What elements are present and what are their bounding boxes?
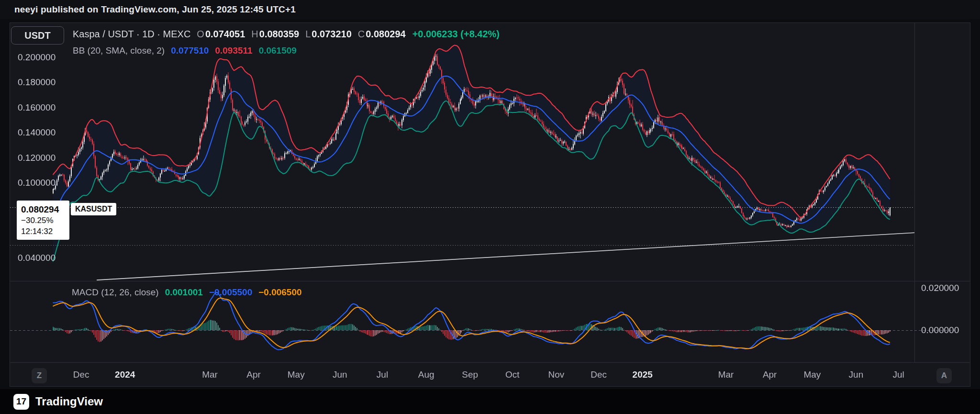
tradingview-snapshot-page: neeyi published on TradingView.com, Jun … [0, 0, 980, 414]
attribution-text: neeyi published on TradingView.com, Jun … [14, 4, 296, 15]
ohlc-low-value: 0.073210 [312, 29, 351, 40]
ohlc-low-label: L [305, 29, 311, 40]
symbol-legend[interactable]: Kaspa / USDT · 1D · MEXC O0.074051 H0.08… [73, 29, 500, 40]
bb-lower-value: 0.061509 [259, 45, 297, 56]
price-change-value: +0.006233 (+8.42%) [412, 29, 500, 40]
ohlc-open-label: O [197, 29, 204, 40]
tradingview-logo-glyph: 17 [16, 396, 26, 407]
tradingview-wordmark[interactable]: TradingView [35, 395, 103, 408]
symbol-price-label: KASUSDT [71, 203, 116, 215]
corner-a-button[interactable]: A [936, 368, 952, 383]
symbol-title[interactable]: Kaspa / USDT · 1D · MEXC [73, 29, 190, 40]
ohlc-open-value: 0.074051 [205, 29, 245, 40]
ohlc-high-value: 0.080359 [259, 29, 299, 40]
last-price-badge: 0.080294 −30.25% 12:14:32 [17, 201, 69, 240]
macd-histogram-value: 0.001001 [165, 287, 203, 298]
footer-bar: 17 TradingView [0, 389, 980, 414]
macd-indicator-legend[interactable]: MACD (12, 26, close) 0.001001 −0.005500 … [72, 287, 302, 298]
last-price-change-pct: −30.25% [21, 215, 65, 226]
ohlc-high-label: H [251, 29, 258, 40]
last-price-value: 0.080294 [21, 203, 65, 215]
bar-countdown: 12:14:32 [21, 226, 65, 237]
price-chart-canvas[interactable] [0, 0, 980, 414]
tradingview-logo-icon[interactable]: 17 [13, 394, 29, 410]
bb-indicator-title[interactable]: BB (20, SMA, close, 2) [73, 45, 165, 56]
attribution-bar: neeyi published on TradingView.com, Jun … [0, 0, 980, 19]
corner-z-button[interactable]: Z [32, 368, 47, 383]
macd-line-value: −0.005500 [209, 287, 252, 298]
ohlc-close-label: C [358, 29, 365, 40]
currency-button[interactable]: USDT [11, 26, 64, 45]
bb-upper-value: 0.093511 [215, 45, 252, 56]
bb-indicator-legend[interactable]: BB (20, SMA, close, 2) 0.077510 0.093511… [73, 45, 297, 56]
bb-basis-value: 0.077510 [171, 45, 209, 56]
macd-signal-value: −0.006500 [258, 287, 301, 298]
macd-indicator-title[interactable]: MACD (12, 26, close) [72, 287, 159, 298]
ohlc-close-value: 0.080294 [366, 29, 405, 40]
